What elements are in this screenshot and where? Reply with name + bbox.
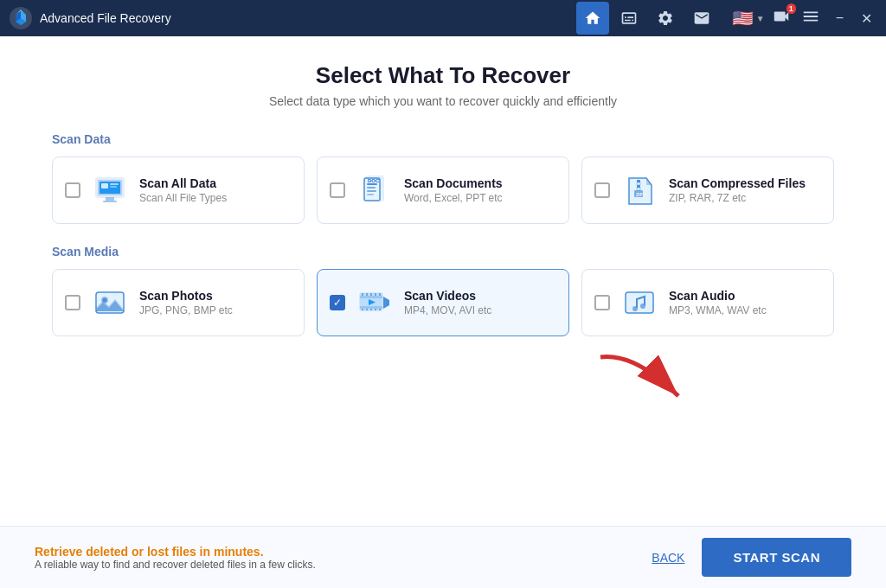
back-button[interactable]: BACK	[652, 551, 684, 565]
scan-audio-info: Scan Audio MP3, WMA, WAV etc	[669, 289, 821, 316]
scan-videos-checkbox[interactable]: ✓	[330, 295, 345, 310]
language-chevron-icon: ▼	[756, 14, 765, 23]
scan-audio-subtitle: MP3, WMA, WAV etc	[669, 304, 821, 316]
scan-documents-info: Scan Documents Word, Excel, PPT etc	[404, 176, 556, 204]
svg-rect-21	[637, 188, 640, 190]
scan-media-label: Scan Media	[52, 245, 834, 259]
scan-audio-title: Scan Audio	[669, 289, 821, 303]
scan-photos-title: Scan Photos	[139, 289, 292, 303]
red-arrow	[592, 348, 696, 412]
svg-rect-30	[360, 306, 382, 309]
scan-audio-card[interactable]: Scan Audio MP3, WMA, WAV etc	[581, 269, 834, 336]
svg-rect-33	[370, 293, 372, 296]
scan-photos-subtitle: JPG, PNG, BMP etc	[139, 304, 292, 316]
scan-photos-info: Scan Photos JPG, PNG, BMP etc	[139, 289, 292, 316]
language-selector[interactable]: 🇺🇸 ▼	[732, 8, 765, 29]
scan-videos-card[interactable]: ✓	[317, 269, 569, 336]
scan-compressed-checkbox[interactable]	[594, 182, 610, 198]
scan-documents-card[interactable]: DOC Scan Documents Word, Excel, PPT etc	[317, 157, 569, 224]
svg-rect-7	[110, 183, 119, 185]
scan-media-section: Scan Media Scan Photos JPG, PNG, BMP	[52, 245, 834, 336]
footer: Retrieve deleted or lost files in minute…	[0, 526, 886, 588]
main-content: Select What To Recover Select data type …	[0, 36, 886, 526]
scan-compressed-title: Scan Compressed Files	[669, 176, 821, 190]
scan-all-checkbox[interactable]	[65, 182, 80, 198]
svg-point-44	[632, 306, 638, 311]
scan-compressed-info: Scan Compressed Files ZIP, RAR, 7Z etc	[669, 176, 821, 204]
svg-rect-8	[110, 186, 117, 188]
page-subtitle: Select data type which you want to recov…	[52, 94, 834, 108]
scan-all-title: Scan All Data	[139, 176, 292, 190]
svg-rect-20	[637, 185, 640, 188]
titlebar-nav	[576, 2, 718, 35]
app-title: Advanced File Recovery	[40, 11, 576, 25]
zip-icon: ZIP	[620, 171, 658, 209]
svg-text:ZIP: ZIP	[636, 192, 643, 197]
scan-all-info: Scan All Data Scan All File Types	[139, 176, 292, 204]
svg-rect-38	[370, 309, 372, 310]
monitor-icon	[91, 171, 129, 209]
svg-rect-32	[366, 293, 368, 296]
scan-videos-info: Scan Videos MP4, MOV, AVI etc	[404, 289, 556, 316]
footer-buttons: BACK START SCAN	[652, 538, 851, 577]
scan-compressed-subtitle: ZIP, RAR, 7Z etc	[669, 192, 821, 204]
video-icon	[356, 284, 394, 322]
footer-text-block: Retrieve deleted or lost files in minute…	[35, 545, 316, 571]
svg-marker-42	[383, 297, 389, 309]
scan-data-label: Scan Data	[52, 132, 834, 146]
svg-rect-39	[375, 309, 376, 310]
scan-audio-checkbox[interactable]	[594, 295, 610, 310]
camera-badge: 1	[786, 3, 796, 14]
scan-videos-subtitle: MP4, MOV, AVI etc	[404, 304, 556, 316]
titlebar-right: 🇺🇸 ▼ 1 − ✕	[732, 7, 877, 30]
scan-compressed-card[interactable]: ZIP Scan Compressed Files ZIP, RAR, 7Z e…	[581, 157, 834, 224]
photo-icon	[91, 284, 129, 322]
scan-all-subtitle: Scan All File Types	[139, 192, 292, 204]
scan-documents-subtitle: Word, Excel, PPT etc	[404, 192, 556, 204]
svg-rect-6	[101, 183, 108, 189]
scan-data-section: Scan Data	[52, 132, 834, 224]
app-logo	[9, 6, 33, 30]
page-title: Select What To Recover	[52, 62, 834, 89]
svg-rect-36	[362, 309, 363, 310]
start-scan-button[interactable]: START SCAN	[702, 538, 851, 577]
svg-rect-31	[362, 293, 363, 296]
footer-text-sub: A reliable way to find and recover delet…	[35, 559, 316, 571]
scan-all-card[interactable]: Scan All Data Scan All File Types	[52, 157, 305, 224]
scan-documents-checkbox[interactable]	[330, 182, 345, 198]
nav-scan-view-button[interactable]	[613, 2, 645, 35]
scan-videos-title: Scan Videos	[404, 289, 556, 303]
scan-documents-title: Scan Documents	[404, 176, 556, 190]
nav-settings-button[interactable]	[649, 2, 682, 35]
svg-rect-16	[367, 194, 374, 195]
svg-rect-43	[626, 292, 653, 313]
nav-home-button[interactable]	[576, 2, 609, 35]
svg-rect-13	[367, 183, 377, 185]
svg-rect-15	[367, 190, 376, 192]
audio-icon	[620, 284, 658, 322]
menu-button[interactable]	[801, 7, 820, 30]
svg-point-45	[640, 304, 645, 309]
svg-rect-40	[379, 309, 381, 310]
document-icon: DOC	[356, 171, 394, 209]
footer-text-main: Retrieve deleted or lost files in minute…	[35, 545, 316, 559]
svg-rect-4	[103, 201, 117, 202]
titlebar: Advanced File Recovery	[0, 0, 886, 36]
close-button[interactable]: ✕	[856, 10, 877, 27]
svg-rect-19	[637, 182, 640, 185]
nav-mail-button[interactable]	[685, 2, 718, 35]
svg-rect-29	[360, 296, 382, 298]
scan-data-grid: Scan All Data Scan All File Types	[52, 157, 834, 224]
svg-rect-3	[106, 197, 114, 201]
scan-photos-checkbox[interactable]	[65, 295, 80, 310]
scan-media-grid: Scan Photos JPG, PNG, BMP etc ✓	[52, 269, 834, 336]
svg-rect-34	[375, 293, 376, 296]
scan-photos-card[interactable]: Scan Photos JPG, PNG, BMP etc	[52, 269, 305, 336]
minimize-button[interactable]: −	[831, 10, 849, 26]
svg-rect-14	[367, 187, 376, 189]
camera-button[interactable]: 1	[772, 7, 791, 30]
svg-rect-37	[366, 309, 368, 310]
svg-rect-35	[379, 293, 381, 296]
svg-rect-18	[637, 180, 640, 182]
svg-text:DOC: DOC	[368, 178, 380, 183]
